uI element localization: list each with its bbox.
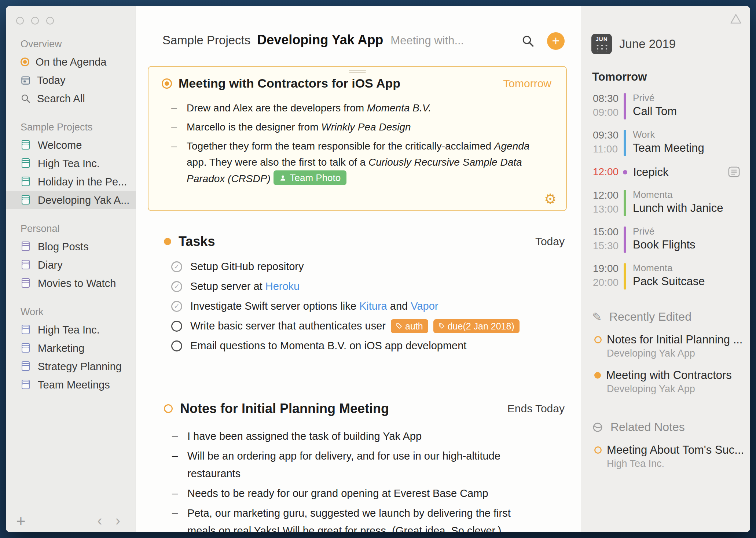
note-title: Notes for Initial Planning Meeting	[180, 401, 500, 416]
list-item: – Drew and Alex are the developers from …	[171, 100, 551, 116]
event-note-icon[interactable]	[728, 166, 740, 179]
sidebar-item-strategy-planning[interactable]: Strategy Planning	[6, 357, 136, 376]
sidebar-item-today[interactable]: Today	[6, 71, 136, 89]
note-date-badge[interactable]: Tomorrow	[503, 77, 551, 90]
sidebar-item-team-meetings[interactable]: Team Meetings	[6, 376, 136, 394]
calendar-month-label: June 2019	[619, 37, 676, 51]
notes-stack-icon	[21, 379, 32, 390]
notes-stack-icon	[21, 195, 32, 206]
event-call-tom[interactable]: 08:3009:00 PrivéCall Tom	[593, 92, 750, 119]
attachment-pill[interactable]: Team Photo	[274, 170, 347, 185]
unchecked-checkbox-icon[interactable]	[171, 321, 182, 332]
checked-checkbox-icon[interactable]: ✓	[171, 261, 182, 272]
sidebar-item-holiday[interactable]: Holiday in the Pe...	[6, 173, 136, 191]
sidebar-item-label: Team Meetings	[38, 379, 110, 391]
task-row[interactable]: Write basic server that authenticates us…	[171, 319, 581, 334]
notes-stack-icon	[21, 176, 32, 187]
kitura-link[interactable]: Kitura	[359, 300, 387, 312]
sidebar-item-label: Developing Yak A...	[38, 194, 129, 206]
event-color-bar	[624, 190, 626, 216]
forward-chevron-icon[interactable]: ›	[115, 513, 120, 528]
event-lunch-with-janice[interactable]: 12:0013:00 MomentaLunch with Janice	[593, 188, 750, 216]
sidebar-item-label: High Tea Inc.	[38, 324, 100, 336]
attachment-label: Team Photo	[290, 172, 341, 184]
note-date-badge[interactable]: Ends Today	[507, 402, 565, 415]
sidebar-item-marketing[interactable]: Marketing	[6, 339, 136, 357]
sidebar-item-movies-to-watch[interactable]: Movies to Watch	[6, 274, 136, 292]
sidebar-item-label: Search All	[37, 93, 85, 105]
minimize-window-button[interactable]	[31, 17, 39, 25]
unchecked-checkbox-icon[interactable]	[171, 340, 182, 351]
notes-stack-icon	[21, 158, 32, 169]
task-row[interactable]: ✓ Setup GitHub repository	[171, 259, 581, 274]
dash-bullet-icon: –	[171, 138, 187, 187]
note-body: – Drew and Alex are the developers from …	[171, 100, 551, 187]
notes-stack-icon	[21, 278, 32, 289]
recently-edited-header: ✎ Recently Edited	[592, 310, 750, 324]
task-row[interactable]: ✓ Setup server at Heroku	[171, 279, 581, 294]
pencil-icon: ✎	[592, 311, 602, 323]
close-window-button[interactable]	[16, 17, 24, 25]
alert-triangle-icon[interactable]	[730, 12, 742, 26]
sidebar-item-on-the-agenda[interactable]: On the Agenda	[6, 53, 136, 71]
page-subtitle: Meeting with...	[390, 34, 464, 47]
list-item: –I have been assigned the task of buildi…	[172, 427, 533, 445]
drag-handle-icon[interactable]	[349, 69, 366, 74]
checked-checkbox-icon[interactable]: ✓	[171, 281, 182, 292]
note-status-icon	[594, 372, 601, 379]
add-project-button[interactable]: +	[16, 513, 26, 529]
sidebar-item-blog-posts[interactable]: Blog Posts	[6, 237, 136, 256]
note-initial-planning[interactable]: Notes for Initial Planning Meeting Ends …	[136, 401, 581, 533]
recently-edited-item[interactable]: Notes for Initial Planning ... Developin…	[594, 333, 750, 359]
note-settings-gear-icon[interactable]: ⚙	[544, 192, 557, 206]
tag-auth[interactable]: auth	[391, 319, 428, 333]
task-label: Email questions to Momenta B.V. on iOS a…	[190, 340, 466, 352]
note-card-meeting-with-contractors[interactable]: Meeting with Contractors for iOS App Tom…	[148, 66, 567, 211]
sidebar-section-overview: Overview	[21, 38, 136, 50]
sidebar-item-high-tea-inc[interactable]: High Tea Inc.	[6, 154, 136, 173]
back-chevron-icon[interactable]: ‹	[97, 513, 102, 528]
task-row[interactable]: Email questions to Momenta B.V. on iOS a…	[171, 339, 581, 353]
plus-icon: +	[552, 34, 559, 48]
heroku-link[interactable]: Heroku	[265, 280, 300, 292]
zoom-window-button[interactable]	[46, 17, 54, 25]
sidebar-item-search-all[interactable]: Search All	[6, 89, 136, 108]
note-date-badge[interactable]: Today	[535, 235, 565, 248]
sidebar-item-label: Blog Posts	[38, 241, 89, 253]
sidebar-item-label: Welcome	[38, 139, 82, 151]
note-body: –I have been assigned the task of buildi…	[172, 427, 533, 533]
dash-bullet-icon: –	[171, 119, 187, 135]
breadcrumb-project[interactable]: Sample Projects	[162, 33, 250, 47]
sidebar-item-label: Diary	[38, 259, 63, 271]
search-icon[interactable]	[521, 34, 535, 48]
task-label: Write basic server that authenticates us…	[190, 319, 520, 333]
notes-stack-icon	[21, 241, 32, 252]
new-note-button[interactable]: +	[547, 32, 565, 50]
note-status-icon[interactable]	[164, 404, 173, 413]
event-book-flights[interactable]: 15:0015:30 PrivéBook Flights	[593, 225, 750, 253]
vapor-link[interactable]: Vapor	[411, 300, 438, 312]
note-status-icon[interactable]	[164, 238, 171, 245]
tag-due-date[interactable]: due(2 Jan 2018)	[433, 319, 520, 333]
note-status-icon[interactable]	[162, 78, 172, 89]
task-row[interactable]: ✓ Investigate Swift server options like …	[171, 299, 581, 314]
event-icepick[interactable]: 12:00 Icepick	[593, 165, 750, 180]
sidebar-item-diary[interactable]: Diary	[6, 256, 136, 274]
sidebar-section-personal: Personal	[21, 223, 136, 235]
sidebar-item-developing-yak-app[interactable]: Developing Yak A...	[6, 191, 136, 209]
sidebar-item-label: On the Agenda	[36, 56, 107, 68]
note-tasks[interactable]: Tasks Today ✓ Setup GitHub repository ✓ …	[136, 234, 581, 358]
event-team-meeting[interactable]: 09:3011:00 WorkTeam Meeting	[593, 128, 750, 156]
recently-edited-item[interactable]: Meeting with Contractors Developing Yak …	[594, 369, 750, 395]
sidebar: Overview On the Agenda Today Search All …	[6, 6, 136, 532]
calendar-day-header: Tomorrow	[592, 70, 750, 84]
dash-bullet-icon: –	[171, 100, 187, 116]
event-pack-suitcase[interactable]: 19:0020:00 MomentaPack Suitcase	[593, 262, 750, 290]
task-label: Investigate Swift server options like Ki…	[190, 300, 438, 312]
sidebar-item-welcome[interactable]: Welcome	[6, 136, 136, 154]
checked-checkbox-icon[interactable]: ✓	[171, 301, 182, 312]
related-note-item[interactable]: Meeting About Tom's Suc... High Tea Inc.	[594, 443, 750, 469]
sidebar-item-work-high-tea[interactable]: High Tea Inc.	[6, 321, 136, 339]
dash-bullet-icon: –	[172, 447, 187, 482]
list-item: –Needs to be ready for our grand opening…	[172, 484, 533, 502]
